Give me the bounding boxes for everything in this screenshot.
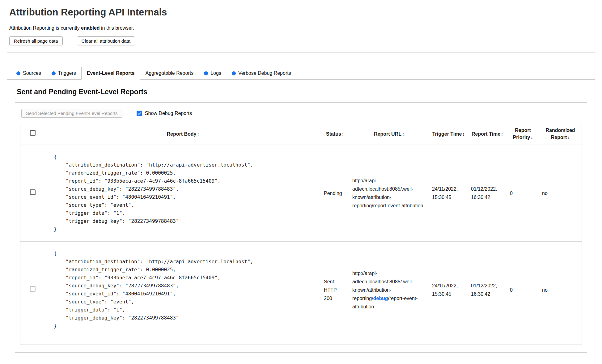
tab-triggers[interactable]: Triggers — [46, 67, 81, 79]
column-header-report-url[interactable]: Report URL↕ — [349, 123, 429, 145]
status-cell: Sent: HTTP 200 — [321, 242, 349, 338]
event-level-reports-section: Sent and Pending Event-Level Reports Sen… — [15, 88, 587, 353]
randomized-report-cell: no — [539, 242, 582, 338]
panel-controls: Send Selected Pending Event-Level Report… — [21, 109, 582, 118]
tab-label: Aggregatable Reports — [146, 70, 194, 76]
header-label: Trigger Time — [432, 131, 462, 137]
sort-icon: ↕ — [342, 132, 344, 137]
report-body-cell: { "attribution_destination": "http://ara… — [45, 145, 321, 242]
column-header-report-priority[interactable]: Report Priority↕ — [507, 123, 539, 145]
top-button-row: Refresh all page data Clear all attribut… — [9, 36, 593, 45]
column-header-report-time[interactable]: Report Time↕ — [468, 123, 507, 145]
show-debug-reports-label[interactable]: Show Debug Reports — [145, 111, 192, 116]
status-text: Attribution Reporting is currently enabl… — [9, 25, 593, 31]
show-debug-reports-control: Show Debug Reports — [137, 111, 192, 116]
status-enabled: enabled — [81, 25, 100, 31]
tab-verbose-debug-reports[interactable]: Verbose Debug Reports — [227, 67, 296, 79]
header-label: Report Priority — [513, 128, 531, 140]
section-heading: Sent and Pending Event-Level Reports — [17, 88, 587, 96]
tab-label: Event-Level Reports — [87, 70, 135, 76]
sources-notification-dot-icon — [16, 71, 20, 75]
report-time-cell: 01/12/2022, 16:30:42 — [468, 242, 507, 338]
report-body-cell: { "attribution_destination": "http://ara… — [45, 242, 321, 338]
sort-icon: ↕ — [531, 135, 533, 140]
report-time-cell: 01/12/2022, 16:30:42 — [468, 145, 507, 242]
select-all-header — [20, 123, 45, 145]
report-priority-cell: 0 — [507, 242, 539, 338]
clear-all-button[interactable]: Clear all attribution data — [77, 36, 135, 45]
status-cell: Pending — [321, 145, 349, 242]
status-prefix: Attribution Reporting is currently — [9, 25, 81, 31]
table-row: { "attribution_destination": "http://ara… — [20, 242, 582, 338]
verbose-debug-notification-dot-icon — [232, 71, 236, 75]
report-url-text: report-event-attribution — [373, 203, 423, 208]
tab-label: Triggers — [58, 70, 76, 76]
header-label: Status — [326, 131, 341, 137]
tab-strip: Sources Triggers Event-Level Reports Agg… — [7, 67, 595, 80]
tab-sources[interactable]: Sources — [11, 67, 46, 79]
sort-icon: ↕ — [402, 132, 404, 137]
tab-logs[interactable]: Logs — [199, 67, 227, 79]
row-select-checkbox[interactable] — [30, 189, 36, 195]
header-label: Randomized Report — [545, 128, 575, 140]
report-body-json: { "attribution_destination": "http://ara… — [54, 153, 318, 233]
page-title: Attribution Reporting API Internals — [9, 7, 593, 18]
send-selected-reports-button[interactable]: Send Selected Pending Event-Level Report… — [21, 109, 122, 118]
page-root: Attribution Reporting API Internals Attr… — [0, 0, 602, 353]
report-url-debug-segment: debug — [373, 296, 388, 301]
row-checkbox-cell — [20, 145, 45, 242]
reports-table-container: Report Body↕ Status↕ Report URL↕ Trigger… — [20, 123, 582, 345]
sort-icon: ↕ — [501, 132, 503, 137]
triggers-notification-dot-icon — [52, 71, 56, 75]
report-priority-cell: 0 — [507, 145, 539, 242]
column-header-trigger-time[interactable]: Trigger Time↕ — [429, 123, 468, 145]
row-checkbox-cell — [20, 242, 45, 338]
report-url-cell: http://arapi-adtech.localhost:8085/.well… — [349, 145, 429, 242]
column-header-report-body[interactable]: Report Body↕ — [45, 123, 321, 145]
trigger-time-cell: 24/11/2022, 15:30:45 — [429, 242, 468, 338]
tab-label: Verbose Debug Reports — [238, 70, 291, 76]
header-label: Report Body — [167, 131, 197, 137]
reports-panel: Send Selected Pending Event-Level Report… — [15, 102, 587, 353]
report-body-json: { "attribution_destination": "http://ara… — [54, 250, 318, 330]
tab-label: Logs — [210, 70, 221, 76]
status-suffix: in this browser. — [100, 25, 134, 31]
reports-table: Report Body↕ Status↕ Report URL↕ Trigger… — [20, 123, 582, 338]
column-header-randomized-report[interactable]: Randomized Report↕ — [539, 123, 582, 145]
header-label: Report URL — [374, 131, 401, 137]
column-header-status[interactable]: Status↕ — [321, 123, 349, 145]
header-label: Report Time — [472, 131, 500, 137]
tab-aggregatable-reports[interactable]: Aggregatable Reports — [140, 67, 199, 79]
table-row: { "attribution_destination": "http://ara… — [20, 145, 582, 242]
tab-label: Sources — [23, 70, 41, 76]
select-all-checkbox[interactable] — [30, 130, 36, 136]
row-select-checkbox-disabled — [30, 286, 36, 292]
top-divider — [7, 52, 595, 53]
randomized-report-cell: no — [539, 145, 582, 242]
report-url-cell: http://arapi-adtech.localhost:8085/.well… — [349, 242, 429, 338]
table-footer-spacer — [20, 338, 582, 345]
sort-icon: ↕ — [197, 132, 199, 137]
sort-icon: ↕ — [567, 135, 570, 140]
logs-notification-dot-icon — [204, 71, 208, 75]
trigger-time-cell: 24/11/2022, 15:30:45 — [429, 145, 468, 242]
refresh-all-button[interactable]: Refresh all page data — [9, 36, 63, 45]
table-header-row: Report Body↕ Status↕ Report URL↕ Trigger… — [20, 123, 582, 145]
tab-event-level-reports[interactable]: Event-Level Reports — [81, 67, 140, 80]
show-debug-reports-checkbox[interactable] — [137, 111, 142, 116]
sort-icon: ↕ — [462, 132, 464, 137]
